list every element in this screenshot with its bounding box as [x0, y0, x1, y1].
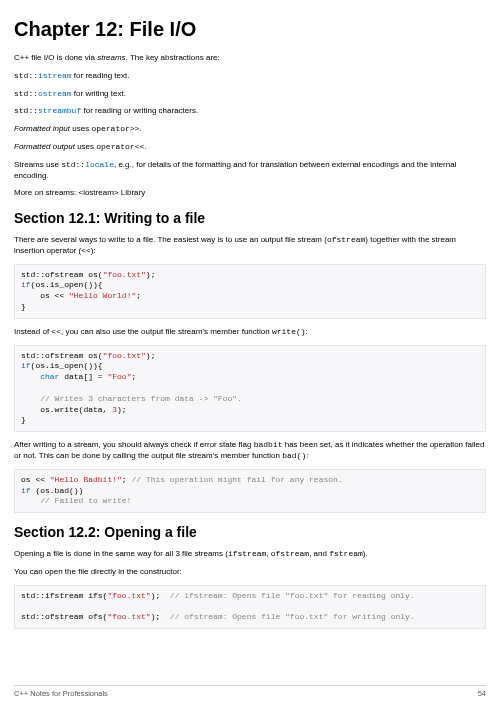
- intro-istream: std::istream for reading text.: [14, 71, 486, 82]
- intro-fin: Formatted input uses operator>>.: [14, 124, 486, 135]
- s1-p3: After writing to a stream, you should al…: [14, 440, 486, 462]
- intro-locale: Streams use std::locale, e.g., for detai…: [14, 160, 486, 182]
- intro-lead: C++ file I/O is done via streams. The ke…: [14, 53, 486, 64]
- s1-code3: os << "Hello Badbit!"; // This operation…: [14, 469, 486, 513]
- s2-p1: Opening a file is done in the same way f…: [14, 549, 486, 560]
- s1-p2: Instead of <<, you can also use the outp…: [14, 327, 486, 338]
- section-12-2-title: Section 12.2: Opening a file: [14, 523, 486, 542]
- chapter-title: Chapter 12: File I/O: [14, 16, 486, 43]
- footer-left: C++ Notes for Professionals: [14, 689, 108, 699]
- s1-code2: std::ofstream os("foo.txt"); if(os.is_op…: [14, 345, 486, 433]
- intro-ostream: std::ostream for writing text.: [14, 89, 486, 100]
- intro-streambuf: std::streambuf for reading or writing ch…: [14, 106, 486, 117]
- intro-fout: Formatted output uses operator<<.: [14, 142, 486, 153]
- section-12-1-title: Section 12.1: Writing to a file: [14, 209, 486, 228]
- s2-code1: std::ifstream ifs("foo.txt"); // ifstrea…: [14, 585, 486, 629]
- s2-p2: You can open the file directly in the co…: [14, 567, 486, 578]
- footer-page-number: 54: [478, 689, 486, 699]
- intro-more: More on streams: <iostream> Library: [14, 188, 486, 199]
- s1-p1: There are several ways to write to a fil…: [14, 235, 486, 257]
- page-footer: C++ Notes for Professionals 54: [14, 685, 486, 699]
- s1-code1: std::ofstream os("foo.txt"); if(os.is_op…: [14, 264, 486, 319]
